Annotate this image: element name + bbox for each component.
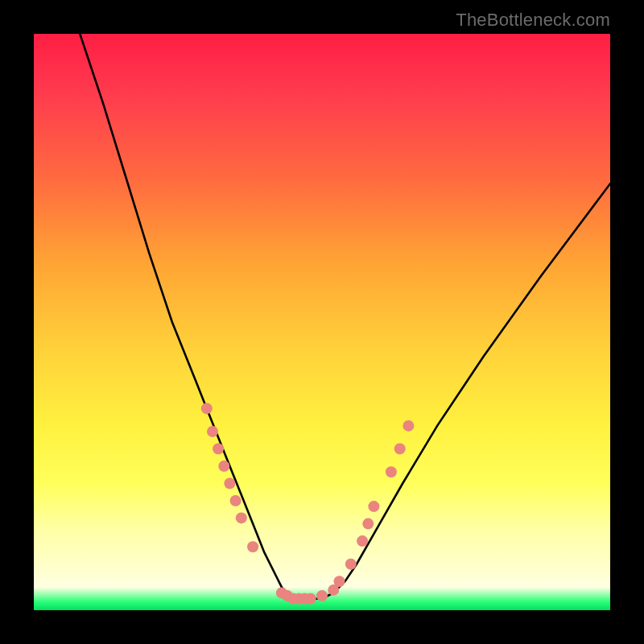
watermark-label: TheBottleneck.com [456, 10, 610, 31]
chart-frame: TheBottleneck.com [0, 0, 644, 644]
plot-area [34, 34, 610, 610]
